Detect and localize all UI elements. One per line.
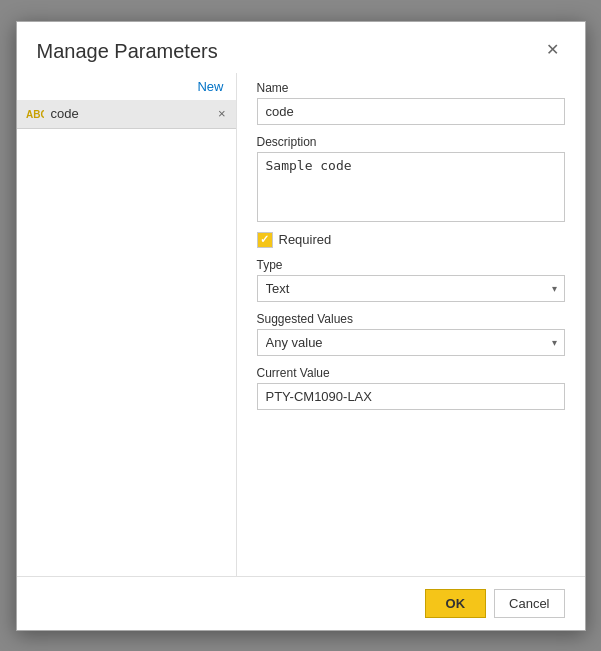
description-field-group: Description Sample code — [257, 135, 565, 222]
svg-text:ABC: ABC — [26, 109, 44, 120]
dialog-title: Manage Parameters — [37, 40, 218, 63]
new-button[interactable]: New — [193, 77, 227, 96]
param-item-label: code — [51, 106, 216, 121]
param-item-close-button[interactable]: × — [216, 106, 228, 121]
current-value-label: Current Value — [257, 366, 565, 380]
name-field-group: Name — [257, 81, 565, 125]
dialog-body: New ABC code × Name — [17, 73, 585, 576]
description-label: Description — [257, 135, 565, 149]
suggested-values-field-group: Suggested Values Any value List of value… — [257, 312, 565, 356]
current-value-input[interactable] — [257, 383, 565, 410]
cancel-button[interactable]: Cancel — [494, 589, 564, 618]
type-select[interactable]: Text Number Date Decimal Number Duration — [257, 275, 565, 302]
close-button[interactable]: ✕ — [540, 40, 565, 60]
ok-button[interactable]: OK — [425, 589, 487, 618]
right-panel: Name Description Sample code Required Ty… — [237, 73, 585, 576]
new-btn-row: New — [17, 73, 236, 100]
type-label: Type — [257, 258, 565, 272]
dialog-footer: OK Cancel — [17, 576, 585, 630]
required-row[interactable]: Required — [257, 232, 565, 248]
suggested-values-select[interactable]: Any value List of values Query based — [257, 329, 565, 356]
dialog-header: Manage Parameters ✕ — [17, 22, 585, 73]
left-panel: New ABC code × — [17, 73, 237, 576]
param-item[interactable]: ABC code × — [17, 100, 236, 129]
required-checkbox[interactable] — [257, 232, 273, 248]
name-input[interactable] — [257, 98, 565, 125]
param-type-icon: ABC — [25, 106, 45, 122]
required-label: Required — [279, 232, 332, 247]
suggested-values-select-wrapper: Any value List of values Query based ▾ — [257, 329, 565, 356]
param-list: ABC code × — [17, 100, 236, 576]
current-value-field-group: Current Value — [257, 366, 565, 410]
manage-parameters-dialog: Manage Parameters ✕ New ABC code × — [16, 21, 586, 631]
type-select-wrapper: Text Number Date Decimal Number Duration… — [257, 275, 565, 302]
description-textarea[interactable]: Sample code — [257, 152, 565, 222]
name-label: Name — [257, 81, 565, 95]
suggested-values-label: Suggested Values — [257, 312, 565, 326]
type-field-group: Type Text Number Date Decimal Number Dur… — [257, 258, 565, 302]
